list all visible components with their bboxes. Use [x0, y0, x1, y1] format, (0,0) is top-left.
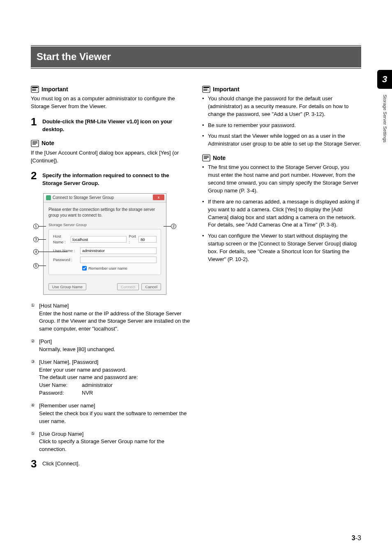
important-text: You must log on as a computer administra…	[31, 95, 190, 111]
cancel-button[interactable]: Cancel	[141, 283, 161, 290]
step-3: 3 Click [Connect].	[31, 458, 190, 469]
note-bullet-2: If there are no cameras added, a message…	[202, 198, 361, 229]
note-bullet-3: You can configure the Viewer to start wi…	[202, 232, 361, 263]
step-1-number: 1	[31, 116, 38, 134]
svg-rect-18	[204, 157, 209, 158]
important-bullet-3: You must start the Viewer while logged o…	[202, 132, 361, 148]
section-heading-bar: Start the Viewer	[31, 45, 361, 69]
enum-item-1: ① [Host Name] Enter the host name or the…	[31, 302, 190, 333]
note-bullets: The first time you connect to the Storag…	[202, 164, 361, 263]
chapter-badge: 3	[377, 70, 392, 89]
callout-definitions: ① [Host Name] Enter the host name or the…	[31, 302, 190, 453]
svg-rect-16	[203, 155, 210, 161]
svg-rect-3	[32, 90, 36, 91]
step-2-text: Specify the information required to conn…	[42, 170, 190, 187]
svg-rect-13	[203, 90, 208, 91]
remember-checkbox[interactable]	[82, 266, 87, 271]
step-3-number: 3	[31, 458, 38, 469]
annotation-5: 5	[33, 263, 46, 268]
enum-item-2: ② [Port] Normally, leave [80] unchanged.	[31, 338, 190, 354]
svg-rect-6	[31, 140, 39, 147]
connect-button[interactable]: Connect	[117, 283, 139, 290]
dialog-group-label: Storage Server Group	[48, 222, 161, 228]
step-2-number: 2	[31, 170, 38, 187]
dialog-message: Please enter the connection settings for…	[48, 207, 161, 219]
port-input[interactable]	[138, 236, 157, 243]
important-label-right: Important	[213, 85, 240, 93]
annotation-4: 4	[33, 249, 67, 254]
step-1: 1 Double-click the [RM-Lite Viewer v1.0]…	[31, 116, 190, 134]
svg-rect-19	[204, 158, 207, 159]
password-label: Password :	[53, 257, 78, 263]
important-label: Important	[42, 85, 68, 93]
dialog-title-text: Connect to Storage Server Group	[53, 195, 114, 201]
svg-rect-17	[204, 156, 209, 157]
remember-label: Remember user name	[88, 266, 127, 271]
dialog-titlebar: Connect to Storage Server Group x	[44, 194, 166, 203]
enum-item-3: ③ [User Name], [Password] Enter your use…	[31, 358, 190, 397]
important-heading-right: ! Important	[202, 85, 361, 93]
page-number: 3-3	[352, 533, 361, 543]
step-1-text: Double-click the [RM-Lite Viewer v1.0] i…	[42, 116, 190, 134]
svg-rect-9	[32, 144, 36, 145]
svg-rect-2	[32, 89, 36, 90]
note-label-right: Note	[213, 154, 226, 162]
note-bullet-1: The first time you connect to the Storag…	[202, 164, 361, 194]
side-tab: 3 Storage Server Settings	[377, 70, 392, 143]
svg-rect-8	[32, 143, 37, 143]
important-bullet-1: You should change the password for the d…	[202, 95, 361, 118]
svg-rect-11	[203, 87, 209, 88]
note-icon	[31, 140, 39, 147]
step-3-text: Click [Connect].	[42, 458, 80, 469]
enum-item-4: ④ [Remember user name] Select the check …	[31, 402, 190, 426]
section-heading: Start the Viewer	[31, 46, 361, 67]
svg-rect-1	[32, 87, 38, 88]
left-column: ! Important You must log on as a compute…	[31, 85, 190, 475]
right-column: ! Important You should change the passwo…	[202, 85, 361, 475]
note-icon	[202, 154, 210, 162]
connect-dialog: Connect to Storage Server Group x Please…	[43, 193, 166, 295]
important-heading: ! Important	[31, 85, 190, 93]
annotation-3: 3	[33, 237, 46, 242]
svg-rect-7	[32, 141, 37, 142]
note-label: Note	[42, 139, 54, 147]
password-input[interactable]	[80, 257, 157, 263]
enum-item-5: ⑤ [Use Group Name] Click to specify a St…	[31, 430, 190, 454]
svg-rect-12	[203, 89, 208, 90]
important-icon: !	[202, 86, 210, 93]
dialog-screenshot: Connect to Storage Server Group x Please…	[43, 193, 166, 295]
use-group-name-button[interactable]: Use Group Name	[48, 283, 86, 290]
important-bullet-2: Be sure to remember your password.	[202, 122, 361, 130]
annotation-1: 1	[33, 224, 46, 229]
note-heading-right: Note	[202, 154, 361, 162]
note-text: If the [User Account Control] dialog box…	[31, 149, 190, 165]
chapter-label: Storage Server Settings	[381, 93, 388, 143]
host-name-label: Host Name :	[53, 234, 68, 245]
note-heading: Note	[31, 139, 190, 147]
port-label: Port :	[129, 234, 136, 245]
step-2: 2 Specify the information required to co…	[31, 170, 190, 187]
dialog-app-icon	[46, 195, 51, 200]
user-name-input[interactable]	[80, 247, 157, 254]
annotation-2: 2	[164, 224, 176, 229]
host-name-input[interactable]	[71, 236, 127, 243]
close-icon[interactable]: x	[153, 194, 164, 200]
important-bullets: You should change the password for the d…	[202, 95, 361, 148]
important-icon: !	[31, 86, 39, 93]
